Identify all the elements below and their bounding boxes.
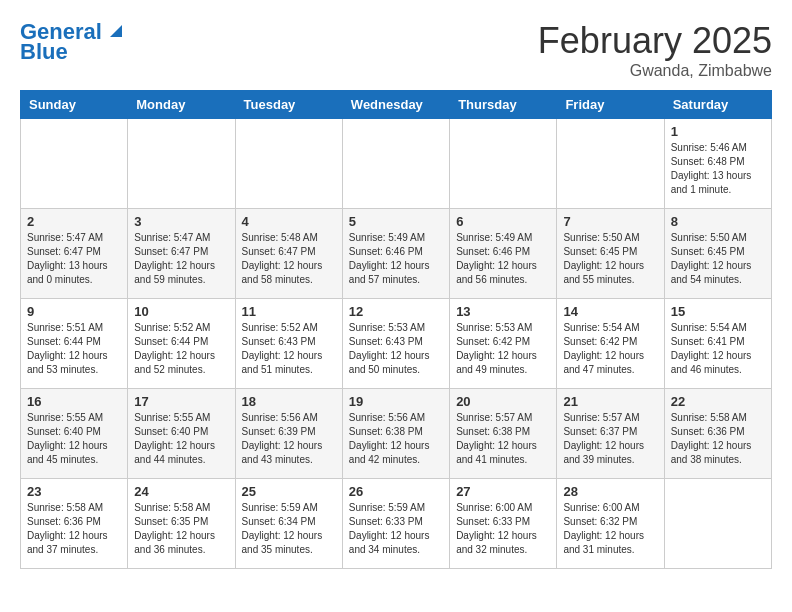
month-title: February 2025 [538,20,772,62]
day-info: Sunrise: 5:53 AM Sunset: 6:42 PM Dayligh… [456,321,550,377]
calendar-cell-w1-d1 [21,119,128,209]
day-number: 4 [242,214,336,229]
day-number: 9 [27,304,121,319]
day-number: 8 [671,214,765,229]
day-number: 28 [563,484,657,499]
day-number: 15 [671,304,765,319]
location: Gwanda, Zimbabwe [538,62,772,80]
calendar-cell-w2-d7: 8Sunrise: 5:50 AM Sunset: 6:45 PM Daylig… [664,209,771,299]
calendar-cell-w1-d7: 1Sunrise: 5:46 AM Sunset: 6:48 PM Daylig… [664,119,771,209]
logo-blue-text: Blue [20,40,68,64]
calendar-cell-w5-d1: 23Sunrise: 5:58 AM Sunset: 6:36 PM Dayli… [21,479,128,569]
day-number: 20 [456,394,550,409]
day-info: Sunrise: 6:00 AM Sunset: 6:33 PM Dayligh… [456,501,550,557]
day-number: 18 [242,394,336,409]
day-info: Sunrise: 5:48 AM Sunset: 6:47 PM Dayligh… [242,231,336,287]
calendar-table: Sunday Monday Tuesday Wednesday Thursday… [20,90,772,569]
day-number: 24 [134,484,228,499]
day-info: Sunrise: 5:58 AM Sunset: 6:36 PM Dayligh… [27,501,121,557]
day-info: Sunrise: 5:49 AM Sunset: 6:46 PM Dayligh… [349,231,443,287]
calendar-cell-w3-d4: 12Sunrise: 5:53 AM Sunset: 6:43 PM Dayli… [342,299,449,389]
calendar-week-2: 2Sunrise: 5:47 AM Sunset: 6:47 PM Daylig… [21,209,772,299]
day-number: 6 [456,214,550,229]
day-number: 14 [563,304,657,319]
day-number: 12 [349,304,443,319]
day-info: Sunrise: 5:56 AM Sunset: 6:38 PM Dayligh… [349,411,443,467]
calendar-cell-w2-d1: 2Sunrise: 5:47 AM Sunset: 6:47 PM Daylig… [21,209,128,299]
col-friday: Friday [557,91,664,119]
day-info: Sunrise: 5:54 AM Sunset: 6:42 PM Dayligh… [563,321,657,377]
day-number: 27 [456,484,550,499]
day-info: Sunrise: 5:53 AM Sunset: 6:43 PM Dayligh… [349,321,443,377]
day-number: 26 [349,484,443,499]
day-number: 21 [563,394,657,409]
calendar-cell-w3-d2: 10Sunrise: 5:52 AM Sunset: 6:44 PM Dayli… [128,299,235,389]
calendar-cell-w5-d4: 26Sunrise: 5:59 AM Sunset: 6:33 PM Dayli… [342,479,449,569]
day-number: 16 [27,394,121,409]
day-info: Sunrise: 5:58 AM Sunset: 6:36 PM Dayligh… [671,411,765,467]
day-info: Sunrise: 5:46 AM Sunset: 6:48 PM Dayligh… [671,141,765,197]
day-number: 19 [349,394,443,409]
day-number: 2 [27,214,121,229]
day-info: Sunrise: 5:56 AM Sunset: 6:39 PM Dayligh… [242,411,336,467]
day-info: Sunrise: 5:59 AM Sunset: 6:34 PM Dayligh… [242,501,336,557]
col-monday: Monday [128,91,235,119]
day-info: Sunrise: 6:00 AM Sunset: 6:32 PM Dayligh… [563,501,657,557]
calendar-week-4: 16Sunrise: 5:55 AM Sunset: 6:40 PM Dayli… [21,389,772,479]
day-info: Sunrise: 5:55 AM Sunset: 6:40 PM Dayligh… [134,411,228,467]
day-info: Sunrise: 5:52 AM Sunset: 6:43 PM Dayligh… [242,321,336,377]
calendar-cell-w2-d5: 6Sunrise: 5:49 AM Sunset: 6:46 PM Daylig… [450,209,557,299]
calendar-cell-w3-d6: 14Sunrise: 5:54 AM Sunset: 6:42 PM Dayli… [557,299,664,389]
title-block: February 2025 Gwanda, Zimbabwe [538,20,772,80]
col-tuesday: Tuesday [235,91,342,119]
day-number: 25 [242,484,336,499]
day-info: Sunrise: 5:51 AM Sunset: 6:44 PM Dayligh… [27,321,121,377]
calendar-cell-w5-d7 [664,479,771,569]
calendar-cell-w1-d5 [450,119,557,209]
page-header: General Blue February 2025 Gwanda, Zimba… [20,20,772,80]
calendar-header-row: Sunday Monday Tuesday Wednesday Thursday… [21,91,772,119]
calendar-cell-w4-d1: 16Sunrise: 5:55 AM Sunset: 6:40 PM Dayli… [21,389,128,479]
day-number: 7 [563,214,657,229]
calendar-cell-w4-d5: 20Sunrise: 5:57 AM Sunset: 6:38 PM Dayli… [450,389,557,479]
day-number: 10 [134,304,228,319]
day-number: 1 [671,124,765,139]
day-info: Sunrise: 5:47 AM Sunset: 6:47 PM Dayligh… [134,231,228,287]
day-info: Sunrise: 5:55 AM Sunset: 6:40 PM Dayligh… [27,411,121,467]
calendar-week-3: 9Sunrise: 5:51 AM Sunset: 6:44 PM Daylig… [21,299,772,389]
col-sunday: Sunday [21,91,128,119]
day-number: 11 [242,304,336,319]
day-info: Sunrise: 5:52 AM Sunset: 6:44 PM Dayligh… [134,321,228,377]
calendar-week-5: 23Sunrise: 5:58 AM Sunset: 6:36 PM Dayli… [21,479,772,569]
day-number: 17 [134,394,228,409]
calendar-cell-w3-d7: 15Sunrise: 5:54 AM Sunset: 6:41 PM Dayli… [664,299,771,389]
day-number: 13 [456,304,550,319]
day-info: Sunrise: 5:59 AM Sunset: 6:33 PM Dayligh… [349,501,443,557]
calendar-cell-w1-d2 [128,119,235,209]
calendar-cell-w3-d5: 13Sunrise: 5:53 AM Sunset: 6:42 PM Dayli… [450,299,557,389]
col-saturday: Saturday [664,91,771,119]
col-thursday: Thursday [450,91,557,119]
calendar-cell-w3-d1: 9Sunrise: 5:51 AM Sunset: 6:44 PM Daylig… [21,299,128,389]
day-number: 3 [134,214,228,229]
day-number: 23 [27,484,121,499]
calendar-cell-w5-d5: 27Sunrise: 6:00 AM Sunset: 6:33 PM Dayli… [450,479,557,569]
calendar-cell-w3-d3: 11Sunrise: 5:52 AM Sunset: 6:43 PM Dayli… [235,299,342,389]
day-number: 5 [349,214,443,229]
calendar-cell-w5-d6: 28Sunrise: 6:00 AM Sunset: 6:32 PM Dayli… [557,479,664,569]
calendar-cell-w1-d3 [235,119,342,209]
calendar-cell-w2-d3: 4Sunrise: 5:48 AM Sunset: 6:47 PM Daylig… [235,209,342,299]
calendar-cell-w5-d2: 24Sunrise: 5:58 AM Sunset: 6:35 PM Dayli… [128,479,235,569]
calendar-cell-w1-d4 [342,119,449,209]
day-info: Sunrise: 5:50 AM Sunset: 6:45 PM Dayligh… [671,231,765,287]
day-info: Sunrise: 5:54 AM Sunset: 6:41 PM Dayligh… [671,321,765,377]
day-info: Sunrise: 5:58 AM Sunset: 6:35 PM Dayligh… [134,501,228,557]
logo: General Blue [20,20,126,64]
calendar-cell-w4-d2: 17Sunrise: 5:55 AM Sunset: 6:40 PM Dayli… [128,389,235,479]
day-info: Sunrise: 5:57 AM Sunset: 6:38 PM Dayligh… [456,411,550,467]
calendar-cell-w2-d6: 7Sunrise: 5:50 AM Sunset: 6:45 PM Daylig… [557,209,664,299]
calendar-week-1: 1Sunrise: 5:46 AM Sunset: 6:48 PM Daylig… [21,119,772,209]
logo-icon [104,19,126,41]
calendar-cell-w2-d4: 5Sunrise: 5:49 AM Sunset: 6:46 PM Daylig… [342,209,449,299]
col-wednesday: Wednesday [342,91,449,119]
